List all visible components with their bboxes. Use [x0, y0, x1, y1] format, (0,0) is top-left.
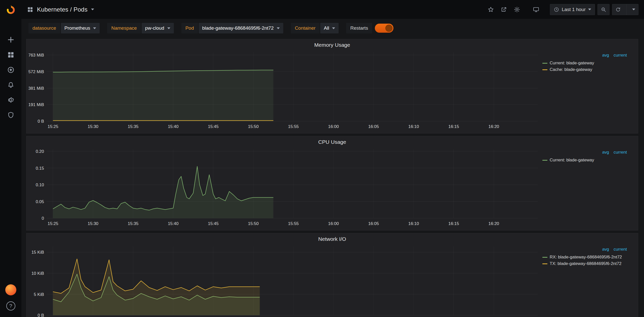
variable-label-pod: Pod	[181, 23, 198, 33]
panel-memory-usage: Memory Usage 15:2515:3015:3515:4015:4515…	[26, 39, 638, 133]
cpu-usage-legend: avgcurrentCurrent: blade-gateway	[540, 146, 636, 228]
grafana-logo[interactable]	[0, 0, 21, 19]
legend-item[interactable]: Current: blade-gateway	[542, 157, 627, 163]
variable-dropdown-namespace[interactable]: pw-cloud	[142, 23, 174, 33]
template-variables-row: datasourcePrometheusNamespacepw-cloudPod…	[21, 19, 644, 36]
svg-text:0 B: 0 B	[37, 119, 44, 124]
legend-series-name: Current: blade-gateway	[550, 158, 594, 163]
variable-dropdown-datasource[interactable]: Prometheus	[61, 23, 100, 33]
svg-text:763 MiB: 763 MiB	[28, 53, 44, 58]
svg-text:381 MiB: 381 MiB	[28, 86, 44, 91]
variable-restarts: Restarts	[346, 23, 393, 33]
legend-item[interactable]: Current: blade-gateway	[542, 60, 627, 66]
refresh-interval-dropdown[interactable]	[629, 4, 638, 15]
svg-text:16:05: 16:05	[368, 221, 379, 226]
explore-compass-icon[interactable]	[6, 65, 16, 75]
legend-sort-avg[interactable]: avg	[602, 150, 609, 155]
svg-text:15:55: 15:55	[288, 124, 299, 129]
svg-text:16:20: 16:20	[489, 124, 499, 129]
network-io-chart[interactable]: 15:2515:3015:3515:4015:4515:5015:5516:00…	[28, 243, 540, 317]
svg-text:572 MiB: 572 MiB	[28, 69, 44, 74]
legend-item[interactable]: TX: blade-gateway-68684695f6-2nt72	[542, 260, 627, 267]
legend-series-name: TX: blade-gateway-68684695f6-2nt72	[550, 261, 621, 266]
svg-text:10 KiB: 10 KiB	[31, 271, 44, 276]
legend-swatch	[542, 160, 547, 161]
zoom-out-button[interactable]	[597, 4, 610, 15]
legend-item[interactable]: Cache: blade-gateway	[542, 66, 627, 73]
dashboard-header: Kubernetes / Pods Last 1 hour	[21, 0, 644, 19]
legend-item[interactable]: RX: blade-gateway-68684695f6-2nt72	[542, 254, 627, 260]
svg-text:0 B: 0 B	[37, 313, 44, 317]
svg-text:15:40: 15:40	[168, 124, 179, 129]
variable-dropdown-container[interactable]: All	[320, 23, 339, 33]
variable-namespace: Namespacepw-cloud	[107, 23, 174, 33]
svg-text:15 KiB: 15 KiB	[31, 250, 44, 255]
restarts-toggle[interactable]	[375, 24, 393, 33]
svg-text:0.20: 0.20	[36, 149, 44, 154]
panel-title-network-io[interactable]: Network I/O	[28, 235, 636, 243]
legend-sort-avg[interactable]: avg	[602, 53, 609, 58]
settings-gear-icon	[514, 6, 520, 13]
svg-text:16:00: 16:00	[328, 221, 339, 226]
server-admin-shield-icon[interactable]	[6, 110, 16, 120]
variable-label-datasource: datasource	[28, 23, 60, 33]
tv-kiosk-button[interactable]	[531, 4, 541, 15]
dashboards-icon[interactable]	[6, 50, 16, 60]
svg-text:15:30: 15:30	[88, 124, 99, 129]
svg-text:15:55: 15:55	[288, 221, 299, 226]
legend-swatch	[542, 69, 547, 70]
dropdown-caret-icon	[332, 27, 335, 29]
legend-sort-current[interactable]: current	[614, 53, 627, 58]
svg-text:16:10: 16:10	[408, 124, 419, 129]
star-button[interactable]	[486, 4, 496, 15]
time-range-label: Last 1 hour	[562, 7, 586, 12]
variable-value-container: All	[324, 25, 329, 31]
svg-text:15:40: 15:40	[168, 221, 179, 226]
svg-text:15:45: 15:45	[208, 221, 219, 226]
legend-sort-avg[interactable]: avg	[602, 247, 609, 252]
user-avatar[interactable]	[5, 284, 16, 295]
legend-series-name: Cache: blade-gateway	[550, 67, 592, 72]
svg-text:15:35: 15:35	[128, 221, 139, 226]
cpu-usage-chart[interactable]: 15:2515:3015:3515:4015:4515:5015:5516:00…	[28, 146, 540, 228]
variable-label-namespace: Namespace	[107, 23, 141, 33]
svg-text:15:25: 15:25	[48, 221, 58, 226]
memory-usage-chart[interactable]: 15:2515:3015:3515:4015:4515:5015:5516:00…	[28, 49, 540, 131]
refresh-divider	[626, 4, 627, 15]
variable-value-datasource: Prometheus	[64, 25, 90, 31]
share-button[interactable]	[499, 4, 509, 15]
variable-label-restarts: Restarts	[346, 23, 372, 33]
dashboard-title-nav[interactable]: Kubernetes / Pods	[27, 6, 94, 13]
refresh-icon	[615, 7, 621, 12]
alerting-bell-icon[interactable]	[6, 80, 16, 90]
legend-series-name: RX: blade-gateway-68684695f6-2nt72	[550, 255, 622, 260]
create-plus-icon[interactable]	[6, 35, 16, 44]
svg-text:191 MiB: 191 MiB	[28, 102, 44, 107]
chart-canvas[interactable]: 15:2515:3015:3515:4015:4515:5015:5516:00…	[28, 243, 540, 317]
share-icon	[501, 6, 507, 13]
svg-text:16:05: 16:05	[368, 124, 379, 129]
configuration-gear-icon[interactable]	[6, 95, 16, 105]
clock-icon	[554, 7, 559, 12]
dashboard-settings-button[interactable]	[512, 4, 522, 15]
variable-dropdown-pod[interactable]: blade-gateway-68684695f6-2nt72	[199, 23, 283, 33]
panel-title-cpu-usage[interactable]: CPU Usage	[28, 138, 636, 146]
svg-text:16:20: 16:20	[489, 221, 499, 226]
chart-canvas[interactable]: 15:2515:3015:3515:4015:4515:5015:5516:00…	[28, 49, 540, 131]
chart-canvas[interactable]: 15:2515:3015:3515:4015:4515:5015:5516:00…	[28, 146, 540, 228]
refresh-button[interactable]	[612, 4, 624, 15]
legend-sort-current[interactable]: current	[614, 247, 627, 252]
svg-text:16:10: 16:10	[408, 221, 419, 226]
time-range-picker[interactable]: Last 1 hour	[550, 4, 595, 15]
legend-swatch	[542, 63, 547, 64]
dashboard-main: datasourcePrometheusNamespacepw-cloudPod…	[21, 0, 644, 317]
svg-text:15:45: 15:45	[208, 124, 219, 129]
dropdown-caret-icon	[167, 27, 170, 29]
help-icon[interactable]: ?	[6, 301, 15, 310]
legend-swatch	[542, 263, 547, 264]
zoom-out-icon	[601, 7, 606, 12]
dashboard-grid-icon	[27, 6, 33, 13]
panel-network-io: Network I/O 15:2515:3015:3515:4015:4515:…	[26, 233, 638, 317]
panel-title-memory-usage[interactable]: Memory Usage	[28, 41, 636, 49]
legend-sort-current[interactable]: current	[614, 150, 627, 155]
